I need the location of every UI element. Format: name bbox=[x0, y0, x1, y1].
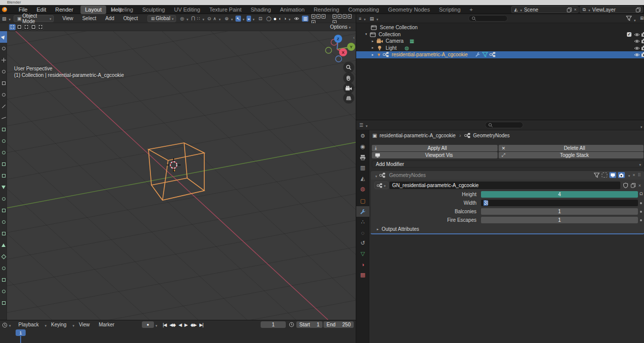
properties-search-input[interactable] bbox=[485, 122, 523, 128]
toggle-icon[interactable]: × bbox=[311, 14, 315, 19]
toggle-icon[interactable]: × bbox=[316, 14, 320, 19]
outliner-row-residential-object[interactable]: ▸ ▼ residential-parametric-A_cgcookie bbox=[356, 51, 644, 58]
hide-eye-icon[interactable] bbox=[634, 39, 640, 44]
on-cage-icon[interactable] bbox=[602, 173, 607, 178]
add-modifier-dropdown[interactable]: Add Modifier bbox=[372, 160, 643, 167]
select-mode-invert[interactable] bbox=[30, 24, 37, 30]
tab-physics[interactable]: ◌ bbox=[356, 227, 369, 238]
breadcrumb-object[interactable]: residential-parametric-A_cgcookie bbox=[379, 133, 455, 138]
active-tool-toggle[interactable]: ▥ bbox=[302, 16, 308, 22]
new-copy-icon[interactable] bbox=[630, 183, 636, 188]
outliner-row-scene-collection[interactable]: Scene Collection bbox=[356, 24, 644, 31]
unlink-icon[interactable]: × bbox=[638, 183, 641, 188]
fire-escapes-input[interactable]: 1 bbox=[481, 217, 638, 223]
tab-animation[interactable]: Animation bbox=[276, 6, 309, 14]
prev-keyframe-button[interactable]: ◀◆ bbox=[168, 322, 177, 327]
pivot-point-icon[interactable]: ◎ bbox=[180, 16, 184, 21]
ortho-grid-button[interactable] bbox=[343, 93, 354, 104]
tool-add-bag[interactable] bbox=[0, 286, 7, 297]
hide-eye-icon[interactable] bbox=[634, 52, 640, 57]
shading-solid-icon[interactable]: ● bbox=[273, 16, 277, 22]
height-slider[interactable]: 4 bbox=[481, 191, 638, 198]
tab-constraints[interactable]: ↺ bbox=[356, 238, 369, 248]
outliner-search-input[interactable] bbox=[468, 15, 508, 22]
tab-texture[interactable]: ▩ bbox=[356, 270, 369, 280]
tool-add-torus[interactable] bbox=[0, 193, 7, 205]
frame-end-field[interactable]: End250 bbox=[324, 321, 354, 328]
collection-checkbox[interactable]: ✓ bbox=[627, 32, 631, 37]
toggle-stack-button[interactable]: ⤢ Toggle Stack bbox=[499, 152, 643, 158]
tool-add-cylinder[interactable] bbox=[0, 135, 7, 147]
blender-logo-icon[interactable] bbox=[2, 7, 8, 13]
mode-dropdown[interactable]: ▣ Object Mode bbox=[14, 15, 54, 22]
close-icon[interactable]: × bbox=[574, 7, 577, 12]
fake-user-shield-icon[interactable] bbox=[623, 183, 628, 188]
next-keyframe-button[interactable]: ◆▶ bbox=[189, 322, 198, 327]
playhead-frame-badge[interactable]: 1 bbox=[16, 329, 26, 336]
scene-selector[interactable]: ◭ Scene × bbox=[511, 6, 579, 13]
tab-modifiers[interactable] bbox=[356, 206, 369, 217]
annotate-eyedropper-icon[interactable]: ⊚ bbox=[225, 16, 229, 21]
node-group-name-field[interactable]: GN_residential-parametric-A_cgcookie bbox=[389, 182, 620, 189]
outliner-row-collection[interactable]: ▾ Collection ✓ bbox=[356, 31, 644, 38]
show-gizmo-toggle[interactable]: ↖ bbox=[235, 16, 242, 22]
tab-layout[interactable]: Layout bbox=[80, 6, 106, 14]
filter-funnel-icon[interactable] bbox=[626, 16, 632, 21]
tool-add-diamond[interactable] bbox=[0, 251, 7, 263]
disclosure-collapsed-icon[interactable]: ▸ bbox=[372, 53, 374, 57]
render-visibility-icon[interactable] bbox=[641, 32, 644, 37]
animate-dot-icon[interactable] bbox=[640, 219, 642, 221]
jump-end-button[interactable]: ▶| bbox=[198, 322, 204, 327]
proportional-editing-icon[interactable]: ⊙ bbox=[207, 16, 211, 21]
tab-render[interactable]: ◉ bbox=[356, 141, 369, 152]
shading-material-icon[interactable]: ◐ bbox=[279, 16, 281, 21]
shading-wireframe-icon[interactable]: ◯ bbox=[266, 16, 271, 21]
tool-add-prim[interactable] bbox=[0, 170, 7, 182]
animate-dot-icon[interactable] bbox=[640, 211, 642, 213]
outliner-row-light[interactable]: ▸ Light ◍ bbox=[356, 45, 644, 52]
render-visibility-icon[interactable] bbox=[641, 52, 644, 57]
outliner-row-camera[interactable]: ▸ Camera ▦ bbox=[356, 38, 644, 45]
jump-start-button[interactable]: |◀ bbox=[162, 322, 168, 327]
tab-scene[interactable]: ◭ bbox=[356, 173, 369, 184]
overlay-eye-icon[interactable] bbox=[294, 16, 299, 21]
tool-measure[interactable] bbox=[0, 112, 7, 124]
toggle-icon[interactable]: × bbox=[343, 14, 347, 19]
select-mode-extend[interactable] bbox=[16, 24, 23, 30]
tool-add-sphere[interactable] bbox=[0, 147, 7, 158]
select-mode-new[interactable] bbox=[9, 24, 16, 30]
tool-scale[interactable] bbox=[0, 77, 7, 89]
play-button[interactable]: ▶ bbox=[183, 322, 189, 327]
tool-rotate[interactable] bbox=[0, 66, 7, 77]
stopwatch-icon[interactable] bbox=[289, 322, 294, 327]
disclosure-expanded-icon[interactable]: ▾ bbox=[365, 32, 367, 36]
falloff-curve-icon[interactable]: ∧ bbox=[213, 16, 216, 21]
breadcrumb-modifier[interactable]: GeometryNodes bbox=[473, 133, 510, 138]
play-reverse-button[interactable]: ◀ bbox=[177, 322, 183, 327]
remove-modifier-icon[interactable]: × bbox=[632, 173, 635, 178]
extras-chevron-icon[interactable] bbox=[627, 172, 630, 178]
tool-add-prim2[interactable] bbox=[0, 205, 7, 216]
tab-sculpting[interactable]: Sculpting bbox=[138, 6, 170, 14]
tab-particles[interactable]: ∴ bbox=[356, 217, 369, 227]
render-visibility-icon[interactable] bbox=[641, 45, 644, 51]
snap-target-icon[interactable]: ∷ bbox=[197, 16, 200, 21]
tool-annotate[interactable] bbox=[0, 101, 7, 112]
tab-uv-editing[interactable]: UV Editing bbox=[170, 6, 205, 14]
tab-output[interactable] bbox=[356, 152, 369, 162]
drag-handle-icon[interactable]: ⠿ bbox=[637, 173, 641, 178]
tool-transform[interactable] bbox=[0, 89, 7, 101]
tool-cursor[interactable] bbox=[0, 43, 7, 54]
edit-mode-funnel-icon[interactable] bbox=[594, 173, 600, 178]
add-workspace-button[interactable]: + bbox=[465, 6, 477, 14]
auto-key-button[interactable]: ● bbox=[142, 321, 154, 328]
tool-add-prim4[interactable] bbox=[0, 228, 7, 239]
menu-keying[interactable]: Keying bbox=[47, 320, 71, 329]
current-frame-field[interactable]: 1 bbox=[261, 321, 286, 328]
disclosure-collapsed-icon[interactable]: ▸ bbox=[372, 39, 374, 43]
menu-object[interactable]: Object bbox=[119, 14, 142, 23]
tab-geometry-nodes[interactable]: Geometry Nodes bbox=[383, 6, 434, 14]
balconies-input[interactable]: 1 bbox=[481, 208, 638, 215]
select-mode-intersect[interactable] bbox=[37, 24, 44, 30]
menu-playback[interactable]: Playback bbox=[14, 320, 44, 329]
